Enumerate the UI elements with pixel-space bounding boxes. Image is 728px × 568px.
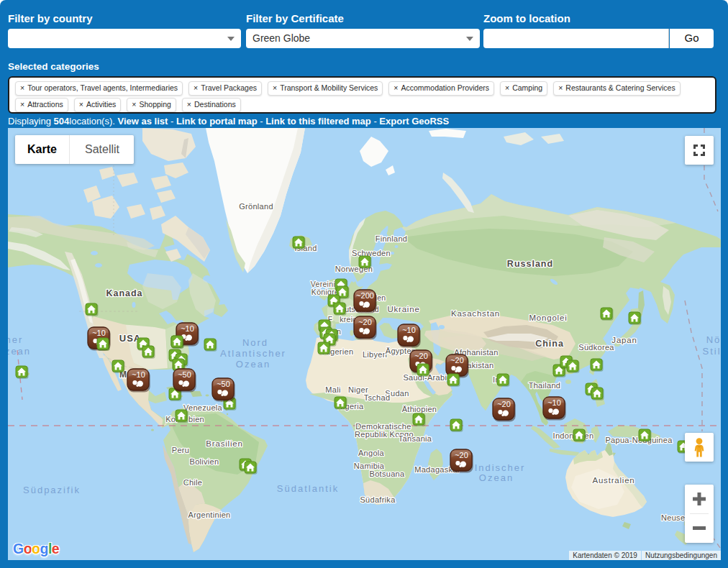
svg-text:Libyen: Libyen — [363, 350, 387, 359]
svg-text:Ozean: Ozean — [479, 472, 514, 483]
svg-text:Finnland: Finnland — [376, 234, 408, 243]
svg-text:Nord: Nord — [242, 337, 268, 348]
svg-text:~20: ~20 — [358, 318, 372, 326]
svg-text:zean: zean — [8, 346, 31, 357]
svg-text:Tansania: Tansania — [399, 434, 432, 443]
svg-text:~20: ~20 — [450, 356, 464, 365]
svg-text:Australien: Australien — [592, 476, 634, 485]
svg-text:~200: ~200 — [356, 291, 374, 300]
svg-text:len: len — [376, 293, 386, 302]
svg-text:China: China — [535, 339, 564, 349]
svg-text:Argentinien: Argentinien — [188, 510, 231, 519]
svg-text:Chile: Chile — [183, 478, 203, 487]
svg-text:~20: ~20 — [455, 451, 468, 459]
svg-text:Botsuana: Botsuana — [370, 469, 405, 478]
svg-text:Mongolei: Mongolei — [529, 313, 567, 322]
svg-text:~50: ~50 — [178, 370, 191, 379]
svg-text:Nö: Nö — [706, 334, 721, 345]
svg-text:Südkorea: Südkorea — [578, 343, 614, 352]
svg-text:Äthiopien: Äthiopien — [402, 405, 437, 413]
svg-text:Kasachstan: Kasachstan — [451, 309, 500, 318]
svg-text:Angola: Angola — [358, 449, 385, 457]
svg-text:Südpazifik: Südpazifik — [23, 485, 81, 495]
svg-text:~20: ~20 — [497, 400, 511, 408]
svg-text:Thailand: Thailand — [529, 381, 561, 390]
svg-text:~10: ~10 — [402, 326, 416, 334]
svg-text:Südatlantik: Südatlantik — [277, 483, 339, 494]
svg-text:Venezuela: Venezuela — [183, 403, 223, 412]
svg-text:Grönland: Grönland — [239, 202, 273, 211]
svg-text:Japan: Japan — [611, 336, 637, 344]
svg-text:~10: ~10 — [547, 398, 561, 407]
svg-text:her: her — [8, 334, 23, 345]
svg-text:~10: ~10 — [132, 370, 145, 379]
svg-text:Mali: Mali — [325, 385, 340, 394]
svg-text:Russland: Russland — [507, 259, 553, 269]
svg-text:Ukraine: Ukraine — [387, 305, 419, 313]
svg-text:bien: bien — [188, 415, 204, 423]
svg-text:~10: ~10 — [92, 329, 106, 337]
svg-text:Peru: Peru — [172, 446, 189, 454]
svg-text:~10: ~10 — [181, 324, 194, 333]
svg-text:Indischer: Indischer — [475, 462, 526, 473]
svg-text:~50: ~50 — [217, 380, 230, 388]
svg-text:Ozean: Ozean — [236, 359, 270, 370]
svg-text:Schweden: Schweden — [352, 249, 391, 257]
svg-text:Bolivien: Bolivien — [190, 457, 219, 466]
svg-text:Brasilien: Brasilien — [206, 439, 242, 448]
svg-text:Atlantischer: Atlantischer — [220, 348, 286, 359]
svg-text:Tschad: Tschad — [364, 393, 391, 402]
svg-text:~20: ~20 — [414, 352, 428, 360]
svg-text:Südafrika: Südafrika — [360, 495, 396, 504]
svg-text:Still: Still — [703, 346, 721, 357]
svg-text:Kanada: Kanada — [106, 288, 142, 298]
